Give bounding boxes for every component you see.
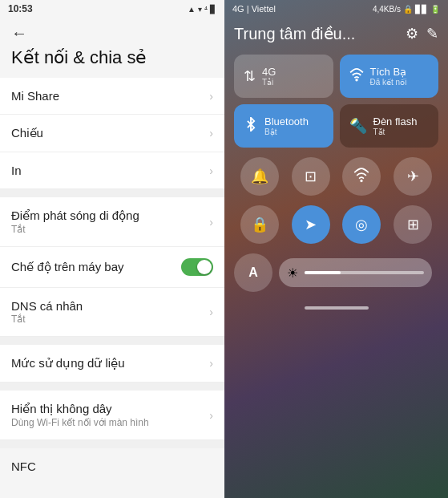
bt-icon: ⁴ [204, 5, 208, 14]
signal-bars: ▊▊ [415, 5, 428, 14]
cc-title: Trung tâm điều... [234, 24, 355, 43]
menu-item-wireless-display[interactable]: Hiển thị không dây Dùng Wi-Fi kết nối vớ… [0, 391, 224, 440]
dns-sub: Tắt [11, 314, 83, 325]
battery-icon: ▊ [210, 5, 216, 14]
signal-icon: ▲ [188, 5, 196, 14]
wireless-display-label: Hiển thị không dây [11, 402, 149, 416]
menu-item-hotspot[interactable]: Điểm phát sóng di động Tắt › [0, 197, 224, 247]
chevron-icon: › [209, 164, 213, 177]
battery-right-icon: 🔋 [430, 5, 440, 14]
toggle-row-airplane: Chế độ trên máy bay [0, 247, 224, 288]
speed-text: 4,4KB/s [373, 5, 401, 14]
divider3 [0, 383, 224, 391]
wifi2-icon [353, 167, 369, 187]
edit-icon[interactable]: ✎ [426, 25, 438, 43]
back-button[interactable]: ← [0, 18, 224, 46]
menu-item-data-usage[interactable]: Mức sử dụng dữ liệu › [0, 345, 224, 383]
divider [0, 189, 224, 197]
settings-icon[interactable]: ⚙ [406, 25, 418, 43]
wifi-label: Tích Bạ [370, 66, 407, 78]
flash-icon: 🔦 [349, 117, 367, 135]
svg-point-1 [361, 180, 363, 181]
chevron-icon: › [209, 216, 213, 229]
4g-label: 4G [262, 66, 276, 78]
4g-sub: Tải [262, 78, 276, 87]
menu-item-chieu[interactable]: Chiếu › [0, 115, 224, 152]
home-indicator [224, 300, 448, 316]
brightness-track [305, 271, 424, 274]
cc-action-row: 🔒 ➤ ◎ ⊞ [224, 200, 448, 249]
status-icons-right: 4,4KB/s 🔒 ▊▊ 🔋 [373, 5, 440, 14]
status-icons-left: ▲ ▾ ⁴ ▊ [188, 5, 216, 14]
cc-font-btn[interactable]: A [234, 253, 272, 292]
hotspot-sub: Tắt [11, 224, 139, 235]
nfc-label: NFC [11, 460, 36, 473]
cc-lock-btn[interactable]: 🔒 [240, 205, 279, 244]
brightness-fill [305, 271, 341, 274]
bell-icon: 🔔 [251, 168, 268, 185]
control-center-header: Trung tâm điều... ⚙ ✎ [224, 18, 448, 50]
time: 10:53 [8, 3, 33, 14]
carrier-text: 4G | Viettel [232, 4, 276, 14]
lock-icon: 🔒 [403, 5, 413, 14]
status-bar-right: 4G | Viettel 4,4KB/s 🔒 ▊▊ 🔋 [224, 0, 448, 18]
mishare-label: Mi Share [11, 89, 59, 103]
cc-cast-btn[interactable]: ⊡ [292, 157, 330, 196]
status-bar-left: 10:53 ▲ ▾ ⁴ ▊ [0, 0, 224, 18]
menu-item-dns[interactable]: DNS cá nhân Tắt › [0, 288, 224, 337]
left-panel: 10:53 ▲ ▾ ⁴ ▊ ← Kết nối & chia sẻ Mi Sha… [0, 0, 224, 498]
4g-icon: ⇅ [244, 67, 256, 85]
chevron-icon: › [209, 90, 213, 103]
home-bar [305, 306, 369, 310]
chevron-icon: › [209, 409, 213, 422]
wifi-cc-icon [349, 67, 364, 86]
chieu-label: Chiếu [11, 126, 43, 140]
brightness-slider[interactable]: ☀ [279, 258, 432, 287]
svg-point-0 [356, 79, 357, 81]
dns-label: DNS cá nhân [11, 299, 83, 313]
expand-icon: ⊞ [407, 216, 419, 233]
focus-icon: ◎ [355, 216, 368, 233]
cast-icon: ⊡ [305, 168, 317, 185]
airplane-toggle[interactable] [181, 258, 213, 276]
wifi-icon: ▾ [198, 5, 202, 14]
cc-btn-wifi[interactable]: Tích Bạ Đã kết nối [340, 55, 439, 98]
brightness-icon: ☀ [287, 265, 298, 281]
cc-btn-4g[interactable]: ⇅ 4G Tải [234, 55, 333, 98]
cc-focus-btn[interactable]: ◎ [342, 205, 381, 244]
in-label: In [11, 164, 22, 177]
bluetooth-icon [244, 117, 258, 136]
chevron-icon: › [209, 357, 213, 370]
cc-title-icons: ⚙ ✎ [406, 25, 438, 43]
menu-item-mishare[interactable]: Mi Share › [0, 78, 224, 115]
cc-expand-btn[interactable]: ⊞ [394, 205, 432, 244]
bt-label: Bluetooth [264, 115, 309, 128]
wireless-display-sub: Dùng Wi-Fi kết nối với màn hình [11, 417, 149, 428]
chevron-icon: › [209, 127, 213, 140]
lock-cc-icon: 🔒 [251, 216, 268, 233]
flash-label: Đèn flash [373, 115, 418, 128]
cc-location-btn[interactable]: ➤ [292, 205, 330, 244]
divider2 [0, 337, 224, 345]
location-icon: ➤ [305, 216, 317, 233]
cc-btn-bluetooth[interactable]: Bluetooth Bật [234, 104, 333, 148]
cc-wifi2-btn[interactable] [342, 157, 381, 196]
font-icon: A [248, 265, 258, 280]
cc-airplane-btn[interactable]: ✈ [394, 157, 432, 196]
flash-sub: Tắt [373, 128, 418, 136]
menu-item-in[interactable]: In › [0, 152, 224, 189]
airplane-label: Chế độ trên máy bay [11, 260, 124, 274]
cc-top-grid: ⇅ 4G Tải Tích Bạ Đã kết nối [224, 50, 448, 152]
hotspot-label: Điểm phát sóng di động [11, 209, 139, 223]
chevron-icon: › [209, 306, 213, 318]
cc-bottom-row: A ☀ [224, 249, 448, 297]
wifi-sub: Đã kết nối [370, 78, 407, 87]
data-usage-label: Mức sử dụng dữ liệu [11, 356, 125, 370]
nfc-item[interactable]: NFC [0, 448, 224, 485]
cc-btn-flash[interactable]: 🔦 Đèn flash Tắt [340, 104, 439, 148]
cc-icon-row: 🔔 ⊡ ✈ [224, 152, 448, 200]
cc-bell-btn[interactable]: 🔔 [240, 157, 279, 196]
divider4 [0, 440, 224, 448]
airplane-cc-icon: ✈ [407, 168, 419, 185]
right-panel: 4G | Viettel 4,4KB/s 🔒 ▊▊ 🔋 Trung tâm đi… [224, 0, 448, 498]
